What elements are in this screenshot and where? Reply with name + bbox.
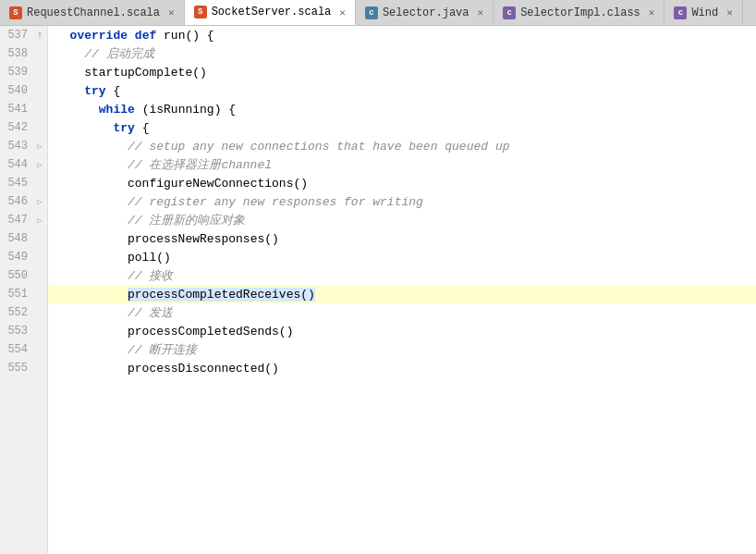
code-line: processNewResponses() bbox=[48, 229, 756, 248]
line-number: 540 bbox=[0, 84, 33, 97]
line-number: 551 bbox=[0, 288, 33, 301]
line-number: 545 bbox=[0, 177, 33, 190]
bookmark-icon: ▷ bbox=[33, 197, 46, 207]
line-number: 544 bbox=[0, 158, 33, 171]
line-number: 550 bbox=[0, 269, 33, 282]
gutter-row: 550 bbox=[0, 266, 47, 285]
code-line: // 发送 bbox=[48, 303, 756, 322]
code-line: // 注册新的响应对象 bbox=[48, 211, 756, 229]
line-number: 542 bbox=[0, 121, 33, 134]
gutter-row: 549 bbox=[0, 248, 47, 266]
tab-close-icon[interactable]: ✕ bbox=[726, 6, 733, 18]
scala-icon: S bbox=[194, 6, 207, 18]
code-line-text: override def run() { bbox=[55, 29, 214, 43]
tab-label: SelectorImpl.class bbox=[520, 6, 640, 19]
code-line: startupComplete() bbox=[48, 63, 756, 81]
code-line: while (isRunning) { bbox=[48, 100, 756, 118]
tab-selector-java[interactable]: c Selector.java ✕ bbox=[356, 0, 494, 25]
bookmark-icon: ▷ bbox=[33, 160, 46, 170]
tab-label: SocketServer.scala bbox=[212, 6, 332, 18]
java-icon: c bbox=[365, 6, 378, 19]
class-icon: c bbox=[674, 6, 687, 19]
editor-area: 537↑538539540541542543▷544▷545546▷547▷54… bbox=[0, 26, 756, 554]
code-line: // 接收 bbox=[48, 266, 756, 285]
code-line-text: configureNewConnections() bbox=[55, 177, 308, 191]
code-line: processDisconnected() bbox=[48, 359, 756, 377]
gutter-row: 541 bbox=[0, 100, 47, 118]
tab-request-channel[interactable]: S RequestChannel.scala ✕ bbox=[0, 0, 185, 25]
code-line-text: // 注册新的响应对象 bbox=[55, 212, 245, 228]
tab-wind[interactable]: c Wind ✕ bbox=[665, 0, 742, 25]
gutter-row: 544▷ bbox=[0, 155, 47, 174]
code-line: try { bbox=[48, 81, 756, 100]
gutter-row: 538 bbox=[0, 44, 47, 63]
tab-bar: S RequestChannel.scala ✕ S SocketServer.… bbox=[0, 0, 756, 26]
code-line: // 断开连接 bbox=[48, 340, 756, 359]
code-content[interactable]: override def run() { // 启动完成 startupComp… bbox=[48, 26, 756, 554]
code-line-text: // 发送 bbox=[55, 304, 173, 321]
bookmark-icon: ▷ bbox=[33, 142, 46, 152]
gutter-row: 545 bbox=[0, 174, 47, 192]
tab-label: Wind bbox=[691, 6, 718, 19]
gutter-row: 546▷ bbox=[0, 192, 47, 211]
code-lines: override def run() { // 启动完成 startupComp… bbox=[48, 26, 756, 377]
tab-close-icon[interactable]: ✕ bbox=[168, 6, 175, 18]
tab-selector-impl[interactable]: c SelectorImpl.class ✕ bbox=[494, 0, 665, 25]
code-line: // 在选择器注册channel bbox=[48, 155, 756, 174]
line-number: 553 bbox=[0, 325, 33, 338]
class-icon: c bbox=[503, 6, 516, 19]
gutter-row: 551 bbox=[0, 285, 47, 303]
code-line-text: poll() bbox=[55, 251, 171, 265]
line-number: 549 bbox=[0, 251, 33, 264]
line-number: 547 bbox=[0, 214, 33, 227]
code-line-text: // 接收 bbox=[55, 267, 173, 284]
code-line: // register any new responses for writin… bbox=[48, 192, 756, 211]
gutter-row: 552 bbox=[0, 303, 47, 322]
code-line-text: processNewResponses() bbox=[55, 232, 279, 246]
line-number: 537 bbox=[0, 29, 33, 42]
gutter-row: 548 bbox=[0, 229, 47, 248]
tab-close-icon[interactable]: ✕ bbox=[339, 6, 346, 18]
code-line-text: startupComplete() bbox=[55, 66, 207, 80]
line-number: 539 bbox=[0, 66, 33, 79]
code-line: // setup any new connections that have b… bbox=[48, 137, 756, 155]
code-line-text: try { bbox=[55, 84, 120, 98]
bookmark-icon: ▷ bbox=[33, 215, 46, 226]
code-line-text: try { bbox=[55, 121, 149, 135]
line-number: 554 bbox=[0, 343, 33, 356]
code-line-text: // setup any new connections that have b… bbox=[55, 140, 509, 154]
code-line-text: processCompletedReceives() bbox=[55, 288, 315, 302]
code-line-text: processDisconnected() bbox=[55, 362, 279, 375]
code-line-text: // register any new responses for writin… bbox=[55, 195, 423, 209]
code-line-text: while (isRunning) { bbox=[55, 103, 236, 117]
line-number: 543 bbox=[0, 140, 33, 153]
tab-close-icon[interactable]: ✕ bbox=[649, 6, 655, 18]
code-line-text: // 启动完成 bbox=[55, 45, 154, 62]
gutter-row: 553 bbox=[0, 322, 47, 340]
arrow-up-icon: ↑ bbox=[33, 30, 46, 41]
gutter-row: 539 bbox=[0, 63, 47, 81]
code-line-text: processCompletedSends() bbox=[55, 325, 293, 339]
code-line: poll() bbox=[48, 248, 756, 266]
tab-label: RequestChannel.scala bbox=[27, 6, 160, 19]
line-numbers: 537↑538539540541542543▷544▷545546▷547▷54… bbox=[0, 26, 47, 377]
gutter-row: 542 bbox=[0, 118, 47, 137]
tab-close-icon[interactable]: ✕ bbox=[478, 6, 484, 18]
code-line: try { bbox=[48, 118, 756, 137]
code-line: processCompletedSends() bbox=[48, 322, 756, 340]
gutter-row: 540 bbox=[0, 81, 47, 100]
code-line: override def run() { bbox=[48, 26, 756, 44]
tab-label: Selector.java bbox=[383, 6, 469, 19]
code-line-text: // 在选择器注册channel bbox=[55, 156, 272, 173]
gutter-row: 543▷ bbox=[0, 137, 47, 155]
gutter-row: 537↑ bbox=[0, 26, 47, 44]
line-number: 552 bbox=[0, 306, 33, 319]
line-number: 546 bbox=[0, 195, 33, 208]
line-number-gutter: 537↑538539540541542543▷544▷545546▷547▷54… bbox=[0, 26, 48, 554]
tab-socket-server[interactable]: S SocketServer.scala ✕ bbox=[185, 0, 356, 25]
gutter-row: 555 bbox=[0, 359, 47, 377]
code-line: processCompletedReceives() bbox=[48, 285, 756, 303]
highlighted-method: processCompletedReceives() bbox=[128, 288, 315, 302]
scala-icon: S bbox=[9, 6, 22, 19]
code-line-text: // 断开连接 bbox=[55, 341, 197, 358]
